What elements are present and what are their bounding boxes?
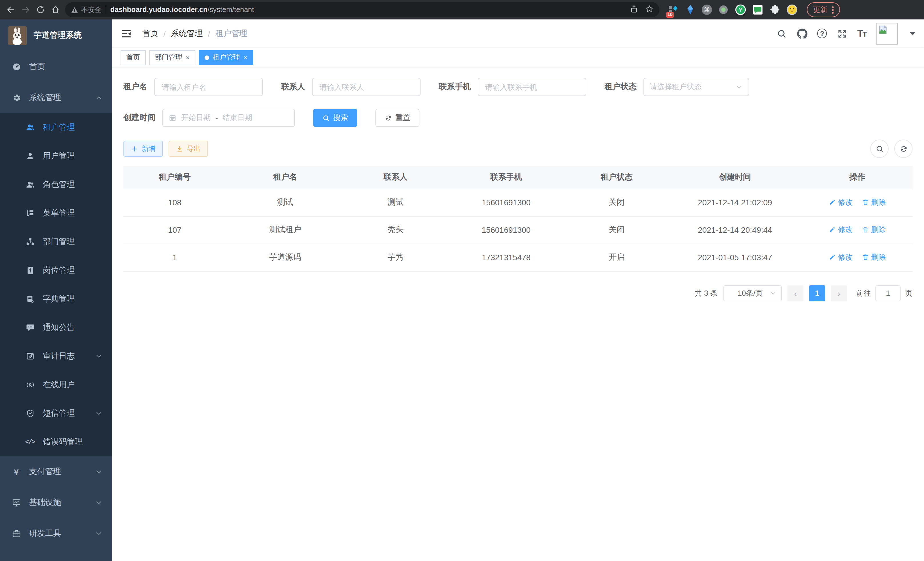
edit-link[interactable]: 修改	[829, 225, 853, 235]
mobile-input[interactable]	[478, 78, 586, 96]
sidebar-item-post[interactable]: 岗位管理	[0, 256, 112, 285]
chevron-down-icon	[770, 290, 777, 296]
edit-link[interactable]: 修改	[829, 252, 853, 262]
sidebar: 芋道管理系统 首页系统管理租户管理用户管理角色管理菜单管理部门管理岗位管理字典管…	[0, 20, 112, 561]
browser-forward-icon[interactable]	[21, 5, 31, 15]
cell-status: 开启	[566, 244, 668, 271]
sidebar-item-error-code[interactable]: </>错误码管理	[0, 428, 112, 456]
browser-home-icon[interactable]	[50, 5, 61, 15]
sidebar-item-pay[interactable]: ¥支付管理	[0, 456, 112, 487]
delete-link[interactable]: 删除	[862, 197, 886, 208]
browser-back-icon[interactable]	[6, 5, 16, 15]
github-icon[interactable]	[797, 28, 808, 39]
close-icon[interactable]: ×	[186, 54, 190, 61]
chevron-up-icon	[95, 94, 103, 102]
browser-update-button[interactable]: 更新	[807, 2, 840, 17]
tab-tenant[interactable]: 租户管理×	[199, 50, 253, 65]
sidebar-item-tenant[interactable]: 租户管理	[0, 113, 112, 142]
tenant-name-label: 租户名	[123, 82, 147, 92]
column-header: 租户名	[226, 166, 344, 189]
export-button[interactable]: 导出	[169, 141, 208, 157]
ext-record-icon[interactable]	[718, 4, 729, 15]
goto-label: 前往	[856, 288, 871, 298]
reset-button[interactable]: 重置	[375, 109, 419, 127]
search-icon	[875, 144, 884, 153]
sidebar-item-sms[interactable]: 短信管理	[0, 399, 112, 428]
prev-page-button[interactable]: ‹	[788, 285, 803, 301]
page-number-1[interactable]: 1	[809, 285, 825, 301]
extensions-puzzle-icon[interactable]	[769, 4, 781, 15]
ext-grid-diamond-icon[interactable]: 10	[668, 4, 679, 15]
sidebar-item-role[interactable]: 角色管理	[0, 170, 112, 199]
tenant-name-input[interactable]	[154, 78, 263, 96]
delete-link[interactable]: 删除	[862, 252, 886, 262]
refresh-table-button[interactable]	[894, 140, 913, 158]
contact-input[interactable]	[312, 78, 421, 96]
broken-image-icon	[878, 24, 888, 35]
search-button[interactable]: 搜索	[313, 109, 357, 127]
sidebar-item-dev-tool[interactable]: 研发工具	[0, 518, 112, 549]
profile-avatar-emoji[interactable]	[786, 4, 798, 15]
sidebar-item-infra[interactable]: 基础设施	[0, 487, 112, 518]
share-icon[interactable]	[630, 4, 638, 15]
sidebar-item-online-user[interactable]: 在线用户	[0, 371, 112, 399]
sidebar-item-system[interactable]: 系统管理	[0, 82, 112, 113]
next-page-button[interactable]: ›	[831, 285, 847, 301]
bookmark-star-icon[interactable]	[645, 4, 654, 15]
sidebar-item-audit-log[interactable]: 审计日志	[0, 342, 112, 371]
column-header: 联系手机	[447, 166, 565, 189]
sidebar-toggle-icon[interactable]	[121, 27, 133, 40]
delete-label: 删除	[871, 252, 886, 262]
sidebar-item-label: 系统管理	[29, 93, 87, 103]
ext-y-icon[interactable]: Y	[735, 4, 746, 15]
fullscreen-icon[interactable]	[837, 28, 848, 39]
sidebar-item-dept[interactable]: 部门管理	[0, 228, 112, 256]
status-select[interactable]: 请选择租户状态	[644, 78, 749, 96]
page-size-select[interactable]: 10条/页	[723, 285, 782, 301]
cell-actions: 修改删除	[802, 189, 913, 216]
breadcrumb-current: 租户管理	[215, 28, 248, 39]
export-button-label: 导出	[187, 144, 201, 153]
site-security[interactable]: 不安全	[71, 5, 102, 15]
address-bar[interactable]: 不安全 dashboard.yudao.iocoder.cn/system/te…	[65, 2, 659, 17]
header-search-icon[interactable]	[776, 28, 787, 39]
font-size-icon[interactable]: TT	[857, 28, 866, 39]
ext-kite-icon[interactable]	[685, 4, 696, 15]
delete-link[interactable]: 删除	[862, 225, 886, 235]
avatar-dropdown-caret-icon[interactable]	[910, 32, 915, 35]
browser-chrome: 不安全 dashboard.yudao.iocoder.cn/system/te…	[0, 0, 924, 20]
sidebar-item-user[interactable]: 用户管理	[0, 142, 112, 170]
sidebar-item-menu[interactable]: 菜单管理	[0, 199, 112, 228]
toggle-search-button[interactable]	[870, 140, 889, 158]
table-toolbar: 新增 导出	[123, 140, 913, 158]
tab-label: 部门管理	[155, 53, 182, 62]
cell-name: 芋道源码	[226, 244, 344, 271]
sidebar-item-label: 租户管理	[43, 122, 103, 133]
add-button[interactable]: 新增	[123, 141, 163, 157]
pagination: 共 3 条 10条/页 ‹ 1 › 前往 页	[123, 285, 913, 301]
browser-reload-icon[interactable]	[35, 5, 46, 15]
edit-label: 修改	[838, 225, 853, 235]
goto-page-input[interactable]	[875, 285, 901, 301]
close-icon[interactable]: ×	[243, 54, 248, 61]
sidebar-item-home[interactable]: 首页	[0, 51, 112, 82]
ext-command-icon[interactable]: ⌘	[702, 5, 712, 15]
breadcrumb-home[interactable]: 首页	[142, 28, 158, 39]
edit-link[interactable]: 修改	[829, 197, 853, 208]
sidebar-item-dict[interactable]: 字典管理	[0, 285, 112, 313]
app-logo	[8, 26, 27, 45]
create-time-range-picker[interactable]: 开始日期 - 结束日期	[162, 109, 295, 127]
url-path: /system/tenant	[207, 6, 254, 14]
app-logo-row[interactable]: 芋道管理系统	[0, 20, 112, 51]
breadcrumb-system[interactable]: 系统管理	[171, 28, 203, 39]
ext-chat-icon[interactable]	[752, 4, 764, 15]
help-icon[interactable]: ?	[818, 29, 827, 38]
tab-home[interactable]: 首页	[121, 50, 146, 65]
tab-label: 首页	[126, 53, 140, 62]
tab-dept[interactable]: 部门管理×	[149, 50, 195, 65]
add-button-label: 新增	[142, 144, 155, 153]
avatar[interactable]	[876, 23, 898, 44]
browser-menu-kebab-icon[interactable]	[832, 6, 834, 14]
sidebar-item-notice[interactable]: 通知公告	[0, 313, 112, 342]
chevron-down-icon	[735, 83, 743, 91]
